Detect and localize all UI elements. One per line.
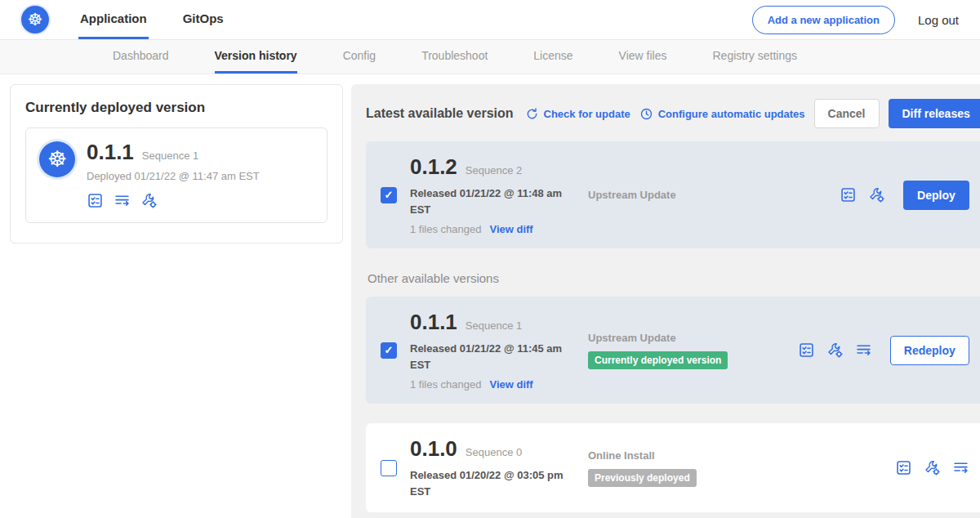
release-notes-icon[interactable] [840, 186, 857, 203]
version-source: Upstream Update [588, 189, 840, 201]
brand: ☸ [21, 0, 49, 39]
files-changed-label: 1 files changed [410, 223, 481, 235]
tab-gitops[interactable]: GitOps [181, 0, 225, 39]
release-notes-icon[interactable] [798, 342, 815, 359]
deploy-logs-icon[interactable] [114, 192, 131, 209]
app-subnav: Dashboard Version history Config Trouble… [0, 40, 980, 74]
version-released: Released 01/21/22 @ 11:45 am EST [410, 341, 567, 373]
left-column: Currently deployed version ☸ 0.1.1 Seque… [10, 84, 343, 243]
latest-version-title: Latest available version [366, 106, 514, 121]
check-for-update-label: Check for update [544, 108, 630, 120]
edit-config-icon[interactable] [826, 342, 844, 359]
version-source-label: Upstream Update [588, 189, 840, 201]
redeploy-button[interactable]: Redeploy [890, 336, 969, 365]
release-notes-icon[interactable] [87, 192, 104, 209]
deployed-version-card: ☸ 0.1.1 Sequence 1 Deployed 01/21/22 @ 1… [25, 127, 327, 223]
deploy-logs-icon[interactable] [855, 342, 872, 359]
version-source-label: Upstream Update [588, 332, 798, 344]
version-checkbox[interactable] [381, 187, 397, 203]
other-versions-title: Other available versions [368, 271, 980, 285]
subnav-troubleshoot[interactable]: Troubleshoot [421, 40, 488, 74]
view-diff-link[interactable]: View diff [489, 378, 532, 391]
version-info: 0.1.2 Sequence 2 Released 01/21/22 @ 11:… [410, 154, 588, 235]
logout-link[interactable]: Log out [918, 13, 959, 27]
clock-icon [639, 107, 653, 121]
edit-config-icon[interactable] [924, 459, 941, 476]
tab-application-label: Application [80, 11, 147, 25]
subnav-version-history[interactable]: Version history [215, 40, 297, 74]
deployed-version-actions [87, 192, 260, 209]
deployed-version-details: 0.1.1 Sequence 1 Deployed 01/21/22 @ 11:… [87, 140, 260, 209]
version-row-0-1-0: 0.1.0 Sequence 0 Released 01/20/22 @ 03:… [366, 423, 980, 512]
subnav-config[interactable]: Config [343, 40, 376, 74]
cancel-button[interactable]: Cancel [814, 99, 880, 128]
version-files: 1 files changed View diff [410, 223, 588, 235]
main-content: Currently deployed version ☸ 0.1.1 Seque… [0, 74, 980, 518]
version-row-0-1-1: 0.1.1 Sequence 1 Released 01/21/22 @ 11:… [366, 297, 980, 404]
check-for-update-link[interactable]: Check for update [525, 107, 630, 121]
add-new-application-button[interactable]: Add a new application [752, 6, 895, 34]
topnav-spacer [258, 0, 752, 39]
deployed-version-date: Deployed 01/21/22 @ 11:47 am EST [87, 170, 260, 182]
diff-releases-button[interactable]: Diff releases [889, 99, 980, 128]
version-number: 0.1.0 [410, 436, 457, 462]
currently-deployed-title: Currently deployed version [25, 100, 327, 116]
version-sequence: Sequence 0 [466, 446, 522, 458]
version-sequence: Sequence 1 [466, 319, 522, 332]
edit-config-icon[interactable] [140, 192, 158, 209]
kots-admin-console: ☸ Application GitOps Add a new applicati… [0, 0, 980, 518]
currently-deployed-card: Currently deployed version ☸ 0.1.1 Seque… [10, 84, 343, 243]
version-released: Released 01/21/22 @ 11:48 am EST [410, 185, 567, 217]
version-number: 0.1.1 [410, 310, 457, 335]
tab-application[interactable]: Application [78, 0, 149, 39]
view-diff-link[interactable]: View diff [489, 223, 532, 235]
latest-version-header: Latest available version Check for updat… [366, 99, 980, 128]
version-checkbox[interactable] [381, 342, 397, 359]
version-info: 0.1.1 Sequence 1 Released 01/21/22 @ 11:… [410, 310, 588, 391]
version-actions [895, 459, 969, 476]
version-sequence: Sequence 2 [466, 164, 522, 176]
kubernetes-logo-icon: ☸ [21, 6, 49, 33]
subnav-view-files[interactable]: View files [619, 40, 667, 74]
version-number: 0.1.2 [410, 154, 457, 180]
currently-deployed-badge: Currently deployed version [588, 351, 728, 369]
top-navbar: ☸ Application GitOps Add a new applicati… [0, 0, 980, 40]
version-checkbox[interactable] [381, 460, 397, 476]
deployed-version-sequence: Sequence 1 [142, 150, 198, 162]
files-changed-label: 1 files changed [410, 378, 481, 391]
version-source: Upstream Update Currently deployed versi… [588, 332, 798, 369]
version-actions: Deploy [840, 181, 969, 210]
deployed-version-number: 0.1.1 [87, 140, 134, 165]
version-files: 1 files changed View diff [410, 378, 588, 391]
deploy-logs-icon[interactable] [952, 459, 969, 476]
subnav-license[interactable]: License [533, 40, 572, 74]
deploy-button[interactable]: Deploy [903, 181, 969, 210]
previously-deployed-badge: Previously deployed [588, 469, 697, 487]
version-row-0-1-2: 0.1.2 Sequence 2 Released 01/21/22 @ 11:… [366, 141, 980, 248]
subnav-dashboard[interactable]: Dashboard [113, 40, 169, 74]
version-history-panel: Latest available version Check for updat… [351, 84, 980, 518]
edit-config-icon[interactable] [868, 186, 885, 203]
configure-automatic-updates-label: Configure automatic updates [658, 108, 805, 120]
app-icon: ☸ [39, 141, 75, 177]
version-info: 0.1.0 Sequence 0 Released 01/20/22 @ 03:… [410, 436, 588, 499]
refresh-icon [525, 107, 539, 121]
version-released: Released 01/20/22 @ 03:05 pm EST [410, 467, 567, 499]
version-actions: Redeploy [798, 336, 969, 365]
configure-automatic-updates-link[interactable]: Configure automatic updates [639, 107, 805, 121]
tab-gitops-label: GitOps [183, 11, 224, 25]
version-source-label: Online Install [588, 449, 895, 462]
release-notes-icon[interactable] [895, 459, 912, 476]
subnav-registry-settings[interactable]: Registry settings [712, 40, 796, 74]
version-source: Online Install Previously deployed [588, 449, 895, 487]
